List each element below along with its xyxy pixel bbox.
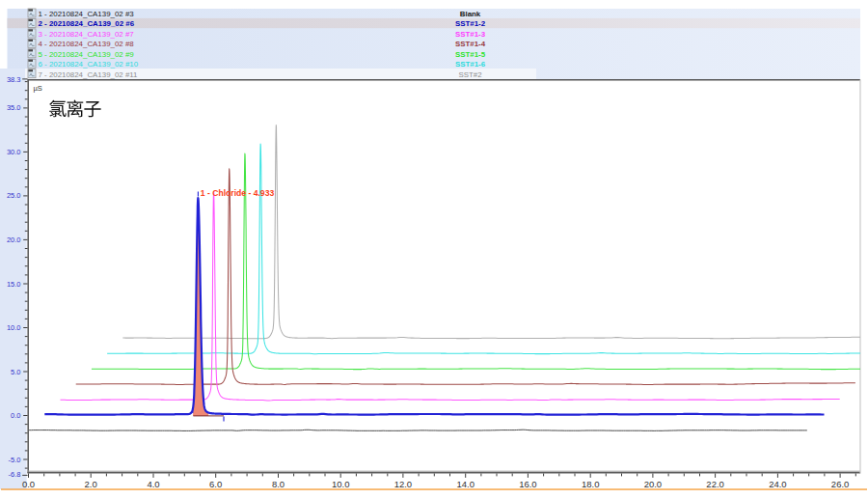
svg-text:35.0: 35.0 xyxy=(7,103,21,112)
svg-text:4 - 20210824_CA139_02 #8: 4 - 20210824_CA139_02 #8 xyxy=(39,40,135,48)
svg-text:SST#1-2: SST#1-2 xyxy=(455,19,486,28)
svg-text:24.0: 24.0 xyxy=(769,479,787,489)
svg-text:4.0: 4.0 xyxy=(147,479,159,489)
svg-text:16.0: 16.0 xyxy=(519,479,537,489)
svg-text:18.0: 18.0 xyxy=(582,479,600,489)
svg-text:SST#1-5: SST#1-5 xyxy=(455,50,486,59)
svg-text:1 - Chloride - 4.933: 1 - Chloride - 4.933 xyxy=(201,188,275,198)
svg-text:6 - 20210824_CA139_02 #10: 6 - 20210824_CA139_02 #10 xyxy=(39,60,139,69)
svg-text:3 - 20210824_CA139_02 #7: 3 - 20210824_CA139_02 #7 xyxy=(39,30,134,39)
svg-text:10.0: 10.0 xyxy=(7,323,21,332)
svg-text:0.0: 0.0 xyxy=(22,479,35,489)
svg-text:-6.8: -6.8 xyxy=(9,470,21,479)
svg-text:10.0: 10.0 xyxy=(332,479,350,489)
svg-text:2 - 20210824_CA139_02 #6: 2 - 20210824_CA139_02 #6 xyxy=(39,19,135,28)
svg-text:20.0: 20.0 xyxy=(7,236,21,244)
svg-text:µS: µS xyxy=(34,84,42,93)
svg-text:SST#1-3: SST#1-3 xyxy=(455,30,486,39)
svg-text:14.0: 14.0 xyxy=(456,479,475,489)
svg-text:22.0: 22.0 xyxy=(706,479,724,489)
svg-text:8.0: 8.0 xyxy=(272,479,285,489)
svg-text:SST#1-6: SST#1-6 xyxy=(455,60,486,69)
svg-text:2.0: 2.0 xyxy=(85,479,97,489)
svg-text:30.0: 30.0 xyxy=(7,148,21,156)
svg-text:0.0: 0.0 xyxy=(11,411,20,420)
svg-text:SST#1-4: SST#1-4 xyxy=(455,40,486,48)
svg-text:7 - 20210824_CA139_02 #11: 7 - 20210824_CA139_02 #11 xyxy=(39,70,138,79)
svg-text:1 - 20210824_CA139_02 #3: 1 - 20210824_CA139_02 #3 xyxy=(39,10,135,18)
svg-text:-5.0: -5.0 xyxy=(9,456,21,464)
svg-text:12.0: 12.0 xyxy=(394,479,413,489)
svg-text:6.0: 6.0 xyxy=(209,479,222,489)
svg-text:26.0: 26.0 xyxy=(831,479,850,489)
svg-text:38.3: 38.3 xyxy=(7,75,21,84)
svg-text:5.0: 5.0 xyxy=(11,368,20,376)
svg-text:SST#2: SST#2 xyxy=(458,70,481,79)
svg-text:20.0: 20.0 xyxy=(644,479,663,489)
svg-text:5 - 20210824_CA139_02 #9: 5 - 20210824_CA139_02 #9 xyxy=(39,50,135,59)
svg-text:Blank: Blank xyxy=(460,10,481,18)
svg-text:15.0: 15.0 xyxy=(7,280,21,289)
svg-text:25.0: 25.0 xyxy=(7,191,21,200)
